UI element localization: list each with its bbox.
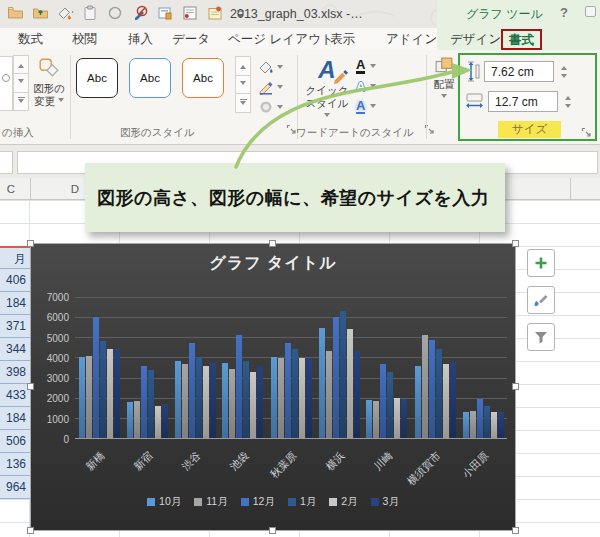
bar-11月[interactable] [229,369,235,438]
open-folder-icon[interactable] [6,4,24,22]
bar-1月[interactable] [340,311,346,438]
data-cell[interactable]: 506 [0,430,30,453]
tab-5[interactable]: ページ レイアウト [224,30,338,48]
bar-1月[interactable] [243,361,249,438]
bar-10月[interactable] [463,412,469,438]
tab-7[interactable]: アドイン [382,30,441,48]
shape-style-sample-1[interactable]: Abc [76,58,118,98]
change-shape-button[interactable]: 図形の 変更 [31,57,67,137]
text-fill-button[interactable]: A [356,56,394,76]
data-cell[interactable]: 344 [0,338,30,361]
arrange-button[interactable]: 配置 [430,57,458,104]
legend-item[interactable]: 10月 [147,495,181,509]
quick-style-button[interactable]: A クイック スタイル [302,56,352,128]
text-effects-button[interactable]: A [356,96,394,116]
bar-2月[interactable] [347,329,353,438]
paste-icon[interactable] [81,4,99,22]
bar-2月[interactable] [250,372,256,438]
bar-3月[interactable] [498,412,504,438]
shape-fill-button[interactable] [258,57,292,77]
bar-11月[interactable] [278,358,284,438]
style-more-button[interactable] [235,93,251,113]
bar-1月[interactable] [436,349,442,438]
no-pen-icon[interactable] [131,4,149,22]
bar-10月[interactable] [79,357,85,438]
shape-style-sample-3[interactable]: Abc [182,58,224,98]
style-scroll-up[interactable] [235,56,251,76]
bar-11月[interactable] [373,401,379,438]
resize-handle-bottom-left[interactable] [27,527,34,534]
column-header-c[interactable]: C [0,178,22,200]
tab-9[interactable]: 書式 [501,29,542,50]
bar-10月[interactable] [319,328,325,438]
tab-4[interactable]: データ [168,30,214,48]
bar-12月[interactable] [141,366,147,439]
shape-width-input[interactable]: 12.7 cm [488,91,558,112]
bar-10月[interactable] [127,402,133,438]
data-cell[interactable]: 136 [0,453,30,476]
bar-10月[interactable] [271,357,277,438]
style-scroll-down[interactable] [235,75,251,95]
bar-3月[interactable] [450,362,456,438]
shape-gallery-partial[interactable] [0,56,13,111]
shape-outline-button[interactable] [258,77,292,97]
bar-3月[interactable] [354,351,360,438]
legend-item[interactable]: 2月 [329,495,357,509]
height-spinner[interactable] [561,63,567,81]
dialog-launcher-size[interactable] [581,127,592,138]
bar-2月[interactable] [203,366,209,439]
fill-color-icon[interactable] [56,4,74,22]
resize-handle-top-right[interactable] [512,240,519,247]
tab-3[interactable]: 挿入 [124,30,157,48]
shape-height-input[interactable]: 7.62 cm [484,61,554,82]
tab-6[interactable]: 表示 [326,30,359,48]
bar-2月[interactable] [299,358,305,438]
circle-shape-icon[interactable] [106,4,124,22]
bar-12月[interactable] [380,364,386,438]
bar-12月[interactable] [285,343,291,438]
bar-12月[interactable] [333,317,339,438]
name-box[interactable] [0,151,13,174]
data-cell[interactable]: 184 [0,292,30,315]
bar-11月[interactable] [86,356,92,438]
bar-12月[interactable] [236,335,242,438]
chart-elements-button[interactable] [527,249,555,277]
bar-2月[interactable] [155,406,161,438]
bar-10月[interactable] [222,363,228,438]
folder-up-icon[interactable] [31,4,49,22]
bar-2月[interactable] [443,364,449,438]
bar-1月[interactable] [196,357,202,438]
resize-handle-top-left[interactable] [27,240,34,247]
bar-3月[interactable] [257,366,263,439]
bar-11月[interactable] [422,335,428,438]
bar-2月[interactable] [107,349,113,438]
bar-11月[interactable] [182,364,188,438]
bar-11月[interactable] [134,401,140,438]
bar-3月[interactable] [162,404,168,438]
bar-12月[interactable] [93,317,99,438]
bar-12月[interactable] [189,343,195,438]
chart-title[interactable]: グラフ タイトル [31,253,515,274]
form-window-icon[interactable] [156,4,174,22]
help-icon[interactable]: ? [560,5,568,20]
gallery-more-button[interactable] [13,92,29,111]
bar-10月[interactable] [366,400,372,438]
bar-1月[interactable] [148,370,154,438]
form-list-icon[interactable] [181,4,199,22]
tab-2[interactable]: 校閲 [68,30,101,48]
bar-11月[interactable] [326,351,332,438]
window-icon[interactable] [585,6,596,17]
bar-10月[interactable] [175,361,181,438]
data-cell[interactable]: 406 [0,269,30,292]
resize-handle-middle-right[interactable] [512,383,519,390]
gallery-scroll-up[interactable] [13,55,29,74]
data-cell[interactable]: 964 [0,476,30,499]
bar-1月[interactable] [292,349,298,438]
width-spinner[interactable] [565,93,571,111]
resize-handle-bottom-right[interactable] [512,527,519,534]
bar-3月[interactable] [401,399,407,438]
bar-2月[interactable] [394,398,400,438]
resize-handle-middle-left[interactable] [27,383,34,390]
bar-12月[interactable] [429,340,435,438]
shape-effects-button[interactable] [258,97,292,117]
